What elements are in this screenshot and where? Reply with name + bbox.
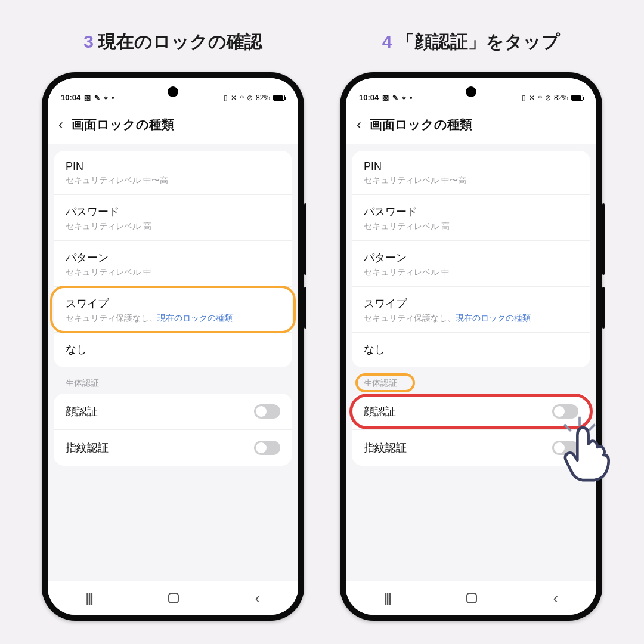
step3-text: 現在のロックの確認 — [98, 32, 262, 51]
page-title: 画面ロックの種類 — [370, 116, 472, 133]
page-title: 画面ロックの種類 — [72, 116, 174, 133]
step4-number: 4 — [382, 32, 392, 51]
step4-title: 4「顔認証」をタップ — [334, 30, 608, 54]
nav-home-button[interactable] — [466, 593, 477, 603]
biometrics-card: 顔認証 指紋認証 — [54, 394, 292, 466]
lock-options-card: PIN セキュリティレベル 中〜高 パスワード セキュリティレベル 高 パターン… — [352, 151, 590, 367]
option-sub: セキュリティレベル 中 — [66, 267, 280, 278]
status-time: 10:04 — [61, 93, 80, 102]
biometric-face[interactable]: 顔認証 — [352, 394, 590, 430]
chat-icon: ✎ — [94, 94, 100, 102]
option-swipe[interactable]: スワイプ セキュリティ保護なし、現在のロックの種類 — [352, 287, 590, 333]
phone-frame-left: 10:04 ▧ ✎ ⌖ • ▯ ✕ ⌔ ⊘ 82% — [42, 72, 304, 621]
option-label: なし — [364, 342, 578, 357]
toggle-face[interactable] — [254, 404, 280, 419]
content-area: PIN セキュリティレベル 中〜高 パスワード セキュリティレベル 高 パターン… — [346, 144, 596, 581]
nav-recents-button[interactable]: ||| — [384, 592, 391, 605]
wifi-icon: ⌔ — [538, 94, 542, 102]
option-label: スワイプ — [66, 296, 280, 311]
image-icon: ▧ — [382, 94, 389, 102]
option-pattern[interactable]: パターン セキュリティレベル 中 — [352, 241, 590, 287]
option-label: スワイプ — [364, 296, 578, 311]
back-icon[interactable]: ‹ — [58, 116, 63, 133]
nav-back-button[interactable]: ‹ — [553, 589, 559, 608]
battery-percent: 82% — [554, 94, 568, 102]
block-icon: ⊘ — [545, 94, 551, 102]
dot-icon: • — [410, 94, 412, 102]
battery-icon — [571, 95, 583, 101]
biometrics-card: 顔認証 指紋認証 — [352, 394, 590, 466]
option-pattern[interactable]: パターン セキュリティレベル 中 — [54, 241, 292, 287]
biometric-label: 指紋認証 — [66, 441, 109, 455]
biometrics-section-label: 生体認証 — [352, 376, 590, 394]
option-label: なし — [66, 342, 280, 357]
biometric-label: 顔認証 — [66, 404, 98, 419]
mute-icon: ✕ — [529, 94, 535, 102]
option-label: パスワード — [66, 205, 280, 219]
option-password[interactable]: パスワード セキュリティレベル 高 — [54, 195, 292, 241]
biometric-fingerprint[interactable]: 指紋認証 — [54, 430, 292, 466]
biometric-label: 顔認証 — [364, 404, 396, 419]
nav-bar: ||| ‹ — [346, 581, 596, 615]
image-icon: ▧ — [84, 94, 91, 102]
biometric-label: 指紋認証 — [364, 441, 407, 455]
wifi-icon: ⌔ — [240, 94, 244, 102]
step3-number: 3 — [83, 32, 94, 51]
option-pin[interactable]: PIN セキュリティレベル 中〜高 — [352, 151, 590, 195]
front-camera-dot — [466, 86, 476, 97]
biometric-fingerprint[interactable]: 指紋認証 — [352, 430, 590, 466]
option-sub: セキュリティレベル 中〜高 — [66, 175, 280, 186]
page-header: ‹ 画面ロックの種類 — [346, 104, 596, 144]
option-label: パスワード — [364, 205, 578, 219]
option-label: PIN — [364, 160, 578, 173]
back-icon[interactable]: ‹ — [357, 116, 361, 133]
battery-icon — [273, 95, 285, 101]
nav-recents-button[interactable]: ||| — [86, 592, 92, 605]
option-sub: セキュリティ保護なし、現在のロックの種類 — [364, 313, 578, 324]
current-lock-link[interactable]: 現在のロックの種類 — [157, 313, 233, 323]
option-label: パターン — [66, 250, 280, 265]
option-sub: セキュリティレベル 中〜高 — [364, 175, 578, 186]
option-sub: セキュリティレベル 中 — [364, 267, 578, 278]
option-password[interactable]: パスワード セキュリティレベル 高 — [352, 195, 590, 241]
option-pin[interactable]: PIN セキュリティレベル 中〜高 — [54, 151, 292, 195]
option-none[interactable]: なし — [54, 333, 292, 367]
page-header: ‹ 画面ロックの種類 — [48, 104, 298, 144]
current-lock-link[interactable]: 現在のロックの種類 — [456, 313, 531, 323]
front-camera-dot — [168, 86, 178, 97]
option-none[interactable]: なし — [352, 333, 590, 367]
nav-bar: ||| ‹ — [48, 581, 298, 615]
card-icon: ▯ — [224, 94, 228, 102]
biometrics-section-label: 生体認証 — [54, 376, 292, 394]
option-label: PIN — [66, 160, 280, 173]
phone-screen-right: 10:04 ▧ ✎ ⌖ • ▯ ✕ ⌔ ⊘ 82% — [346, 78, 596, 615]
battery-percent: 82% — [256, 94, 270, 102]
card-icon: ▯ — [522, 94, 526, 102]
option-swipe[interactable]: スワイプ セキュリティ保護なし、現在のロックの種類 — [54, 287, 292, 333]
status-time: 10:04 — [359, 93, 379, 102]
sms-icon: ⌖ — [402, 94, 406, 102]
toggle-face[interactable] — [552, 404, 578, 419]
toggle-fingerprint[interactable] — [552, 441, 578, 455]
toggle-fingerprint[interactable] — [254, 441, 280, 455]
option-sub-prefix: セキュリティ保護なし、 — [66, 313, 157, 323]
step3-title: 3現在のロックの確認 — [36, 30, 310, 54]
phone-screen-left: 10:04 ▧ ✎ ⌖ • ▯ ✕ ⌔ ⊘ 82% — [48, 78, 298, 615]
option-sub: セキュリティレベル 高 — [66, 221, 280, 232]
biometric-face[interactable]: 顔認証 — [54, 394, 292, 430]
content-area: PIN セキュリティレベル 中〜高 パスワード セキュリティレベル 高 パターン… — [48, 144, 298, 581]
option-sub-prefix: セキュリティ保護なし、 — [364, 313, 456, 323]
lock-options-card: PIN セキュリティレベル 中〜高 パスワード セキュリティレベル 高 パターン… — [54, 151, 292, 367]
dot-icon: • — [112, 94, 114, 102]
mute-icon: ✕ — [231, 94, 237, 102]
option-sub: セキュリティレベル 高 — [364, 221, 578, 232]
step4-text: 「顔認証」をタップ — [397, 32, 560, 51]
sms-icon: ⌖ — [104, 94, 108, 102]
option-label: パターン — [364, 250, 578, 265]
nav-back-button[interactable]: ‹ — [255, 589, 261, 608]
chat-icon: ✎ — [392, 94, 398, 102]
nav-home-button[interactable] — [168, 593, 179, 603]
option-sub: セキュリティ保護なし、現在のロックの種類 — [66, 313, 280, 324]
phone-frame-right: 10:04 ▧ ✎ ⌖ • ▯ ✕ ⌔ ⊘ 82% — [340, 72, 602, 621]
block-icon: ⊘ — [247, 94, 253, 102]
